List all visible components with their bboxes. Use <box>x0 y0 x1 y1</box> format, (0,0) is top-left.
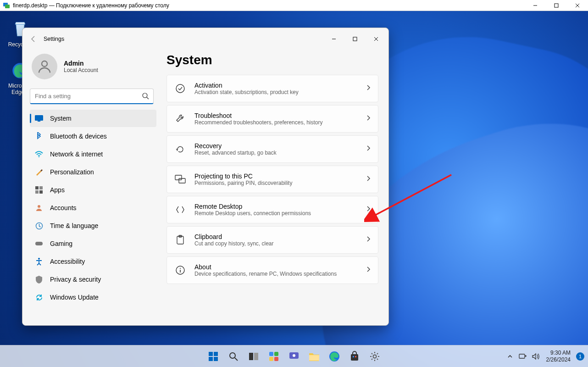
card-troubleshoot[interactable]: TroubleshootRecommended troubleshooters,… <box>166 105 378 133</box>
settings-content[interactable]: System ActivationActivation state, subsc… <box>160 50 388 325</box>
projecting-icon <box>174 173 186 185</box>
card-title: Activation <box>194 82 366 89</box>
svg-point-16 <box>39 156 39 157</box>
svg-point-12 <box>143 93 147 98</box>
card-clipboard[interactable]: ClipboardCut and copy history, sync, cle… <box>166 226 378 254</box>
rdp-window-title: finerdp.desktp — Подключение к удаленном… <box>13 2 525 9</box>
user-card[interactable]: Admin Local Account <box>30 50 156 87</box>
svg-rect-20 <box>39 190 43 194</box>
nav-item-time-language[interactable]: Time & language <box>30 217 156 234</box>
chevron-right-icon <box>366 266 371 274</box>
card-recovery[interactable]: RecoveryReset, advanced startup, go back <box>166 135 378 163</box>
card-projecting[interactable]: Projecting to this PCPermissions, pairin… <box>166 166 378 193</box>
svg-point-21 <box>38 205 40 208</box>
card-subtitle: Permissions, pairing PIN, discoverabilit… <box>194 180 366 186</box>
clock-date: 2/26/2024 <box>546 356 571 363</box>
start-button[interactable] <box>204 347 222 366</box>
svg-rect-48 <box>309 355 319 361</box>
nav-label: System <box>50 115 72 122</box>
svg-rect-8 <box>353 37 357 41</box>
recovery-icon <box>174 143 186 155</box>
svg-rect-23 <box>35 242 43 245</box>
rdp-maximize-button[interactable] <box>546 0 567 11</box>
svg-line-13 <box>147 97 149 99</box>
svg-rect-51 <box>353 356 354 357</box>
svg-point-31 <box>180 268 181 269</box>
edge-button[interactable] <box>325 347 344 366</box>
svg-point-25 <box>176 84 184 93</box>
svg-point-11 <box>42 61 47 67</box>
nav-item-apps[interactable]: Apps <box>30 181 156 199</box>
card-activation[interactable]: ActivationActivation state, subscription… <box>166 75 378 102</box>
rdp-app-icon <box>3 2 10 9</box>
nav-item-accessibility[interactable]: Accessibility <box>30 253 156 270</box>
svg-rect-27 <box>179 178 185 183</box>
taskbar-search-button[interactable] <box>224 347 243 366</box>
rdp-minimize-button[interactable] <box>525 0 546 11</box>
back-button[interactable] <box>24 30 43 48</box>
nav-item-bluetooth[interactable]: Bluetooth & devices <box>30 128 156 145</box>
network-tray-icon[interactable] <box>518 347 528 366</box>
card-title: Projecting to this PC <box>194 172 366 180</box>
nav-item-windows-update[interactable]: Windows Update <box>30 289 156 306</box>
card-title: Clipboard <box>194 233 366 240</box>
nav-label: Apps <box>50 186 65 194</box>
nav-item-personalization[interactable]: Personalization <box>30 163 156 181</box>
nav-label: Windows Update <box>50 294 99 301</box>
settings-nav: System Bluetooth & devices Network & int… <box>30 110 156 306</box>
card-subtitle: Activation state, subscriptions, product… <box>194 89 366 95</box>
settings-maximize-button[interactable] <box>344 32 366 46</box>
widgets-button[interactable] <box>265 347 283 366</box>
card-subtitle: Recommended troubleshooters, preferences… <box>194 119 366 126</box>
tray-overflow-button[interactable] <box>505 347 515 366</box>
notification-badge[interactable]: 1 <box>576 352 584 361</box>
search-input[interactable] <box>30 89 154 104</box>
taskbar-clock[interactable]: 9:30 AM 2/26/2024 <box>546 350 571 363</box>
svg-point-38 <box>230 353 235 358</box>
nav-item-accounts[interactable]: Accounts <box>30 199 156 217</box>
settings-sidebar: Admin Local Account System <box>22 50 160 325</box>
chat-button[interactable] <box>285 347 303 366</box>
svg-rect-15 <box>38 121 40 122</box>
update-icon <box>34 293 44 302</box>
svg-rect-3 <box>555 4 558 7</box>
nav-label: Bluetooth & devices <box>50 133 107 140</box>
page-title: System <box>166 53 378 67</box>
settings-minimize-button[interactable] <box>323 32 344 46</box>
wifi-icon <box>34 150 44 159</box>
rdp-close-button[interactable] <box>567 0 588 11</box>
file-explorer-button[interactable] <box>305 347 323 366</box>
store-button[interactable] <box>345 347 364 366</box>
shield-icon <box>34 275 44 284</box>
bluetooth-icon <box>34 132 44 141</box>
card-about[interactable]: AboutDevice specifications, rename PC, W… <box>166 256 378 284</box>
card-subtitle: Remote Desktop users, connection permiss… <box>194 210 366 217</box>
volume-tray-icon[interactable] <box>531 347 541 366</box>
nav-item-gaming[interactable]: Gaming <box>30 235 156 252</box>
svg-rect-17 <box>35 186 39 189</box>
nav-item-network[interactable]: Network & internet <box>30 145 156 163</box>
card-remote-desktop[interactable]: Remote DesktopRemote Desktop users, conn… <box>166 196 378 223</box>
card-title: About <box>194 263 366 271</box>
task-view-button[interactable] <box>244 347 263 366</box>
nav-item-privacy[interactable]: Privacy & security <box>30 271 156 288</box>
svg-rect-54 <box>519 354 525 358</box>
card-title: Recovery <box>194 142 366 150</box>
search-icon <box>142 92 149 101</box>
remote-desktop-icon <box>174 204 186 216</box>
settings-taskbar-button[interactable] <box>366 347 384 366</box>
system-tray: 9:30 AM 2/26/2024 1 <box>505 347 584 366</box>
svg-rect-44 <box>269 357 273 361</box>
svg-rect-19 <box>35 190 39 194</box>
apps-icon <box>34 185 44 195</box>
svg-rect-40 <box>249 353 253 360</box>
taskbar: 9:30 AM 2/26/2024 1 <box>0 345 588 367</box>
svg-rect-35 <box>214 352 218 356</box>
system-icon <box>34 114 44 123</box>
settings-close-button[interactable] <box>366 32 387 46</box>
chevron-right-icon <box>366 206 371 214</box>
svg-point-53 <box>373 355 377 358</box>
notification-count: 1 <box>579 354 582 359</box>
svg-rect-14 <box>35 115 43 121</box>
nav-item-system[interactable]: System <box>30 110 156 127</box>
